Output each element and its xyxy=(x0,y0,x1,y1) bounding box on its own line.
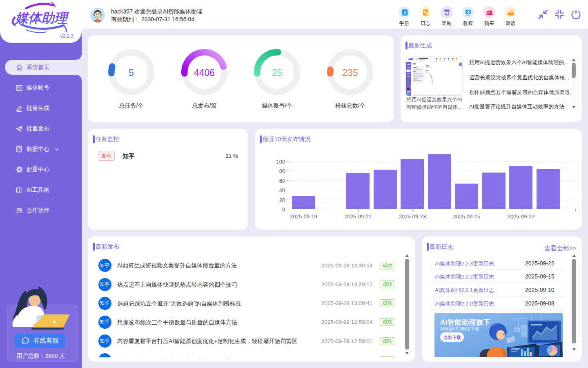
svg-text:AI智能SEO助理下载: AI智能SEO助理下载 xyxy=(440,326,479,331)
svg-text:媒体助理: 媒体助理 xyxy=(14,11,69,25)
svg-text:点击下载: 点击下载 xyxy=(443,335,461,340)
svg-text:AI智能助理旗下: AI智能助理旗下 xyxy=(440,319,490,326)
